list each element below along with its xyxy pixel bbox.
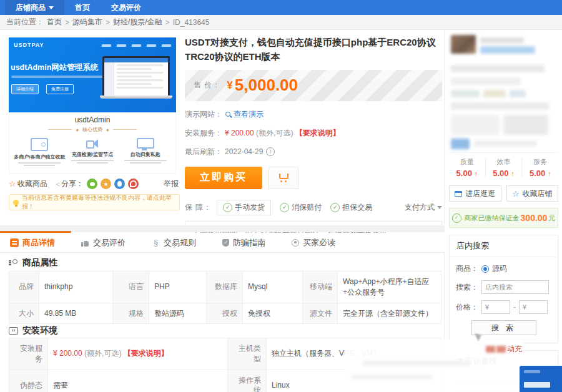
- install-requirements-link[interactable]: 【要求说明】: [295, 128, 340, 139]
- overlay-text-fragment: 动充: [507, 344, 522, 355]
- rating-value: 5.00: [456, 169, 472, 178]
- illegal-content-notice[interactable]: 当前信息若含有黄赌毒等违法违规不良内容，请点此举报！: [9, 194, 180, 210]
- install-optional-note: (额外,可选): [256, 128, 293, 139]
- tab-antifraud-guide[interactable]: 防骗指南: [209, 233, 279, 253]
- content-divider-line: [444, 30, 445, 392]
- payment-label: 支付方式: [405, 202, 435, 213]
- attr-label: 语言: [113, 272, 149, 303]
- seller-info-blurred: [449, 32, 558, 152]
- view-demo-text: 查看演示: [234, 109, 264, 120]
- environment-title: 安装环境: [22, 325, 57, 336]
- qq-share-icon[interactable]: [114, 179, 125, 189]
- tab-buyer-must-read[interactable]: 买家必读: [279, 233, 348, 253]
- tab-label: 买家必读: [303, 237, 335, 248]
- wechat-share-icon[interactable]: [87, 179, 97, 189]
- currency-symbol: ¥: [227, 79, 232, 92]
- obscured-overlay: 动充: [345, 340, 523, 392]
- search-keyword-label: 搜索：: [456, 282, 478, 293]
- price-band: 售 价： ¥ 5,000.00: [185, 70, 442, 101]
- payment-method-dropdown[interactable]: 支付方式: [405, 202, 442, 213]
- radio-source-code[interactable]: [481, 265, 489, 273]
- refresh-date: 2022-04-29: [225, 147, 263, 156]
- tab-label: 商品详情: [22, 237, 55, 248]
- table-row: 品牌 thinkphp 语言 PHP 数据库 Mysql 移动端 Wap+App…: [9, 272, 441, 303]
- nav-shop-products[interactable]: 店铺商品: [5, 0, 64, 15]
- breadcrumb-prefix: 当前位置：: [6, 17, 44, 27]
- buy-now-button[interactable]: 立即购买: [185, 167, 262, 189]
- chevron-down-icon: [437, 206, 442, 209]
- favorite-star-icon: ☆: [9, 179, 16, 189]
- rating-quality: 质量 5.00: [449, 157, 485, 178]
- visit-shop-label: 进店逛逛: [465, 189, 495, 199]
- price-amount: 5,000.00: [235, 76, 298, 95]
- guarantee-consumer-protection: 消保赔付: [280, 202, 322, 213]
- env-label: 伪静态: [9, 370, 48, 392]
- nav-home[interactable]: 首页: [64, 0, 101, 15]
- last-refresh-row: 最后刷新： 2022-04-29: [185, 147, 442, 157]
- search-icon: [225, 111, 232, 118]
- floating-widget[interactable]: [520, 366, 562, 392]
- qzone-share-icon[interactable]: [101, 179, 111, 189]
- visit-shop-button[interactable]: 进店逛逛: [449, 185, 501, 202]
- product-info: USDT对接支付，钱包自动充值提币接口php基于ERC20协议TRC20协议的E…: [185, 35, 442, 243]
- deposit-text: 商家已缴纳保证金: [465, 213, 520, 223]
- share-row: ☆ 收藏商品 分享： 举报: [9, 179, 179, 189]
- feature-item: 充值检测/监管节点: [66, 138, 119, 166]
- attributes-section-header: 商品属性: [9, 257, 57, 268]
- attributes-table: 品牌 thinkphp 语言 PHP 数据库 Mysql 移动端 Wap+App…: [9, 271, 441, 324]
- tab-trade-reviews[interactable]: 交易评价: [68, 233, 139, 253]
- sidebar: 质量 5.00 效率 5.00 服务 5.00 进店逛逛 ☆: [449, 32, 558, 392]
- breadcrumb-home[interactable]: 首页: [47, 17, 62, 27]
- report-link[interactable]: 举报: [164, 179, 179, 189]
- monitor-icon: [137, 138, 154, 149]
- collect-shop-button[interactable]: ☆ 收藏店铺: [506, 185, 559, 202]
- weibo-share-icon[interactable]: [128, 179, 139, 189]
- price-min-input[interactable]: [481, 300, 510, 314]
- attr-value: 整站源码: [149, 303, 207, 324]
- product-image[interactable]: USDTPAY usdtAdmin网站管理系统 详细介绍 免费注册 usdtAd…: [9, 37, 176, 174]
- seller-ratings: 质量 5.00 效率 5.00 服务 5.00: [449, 152, 558, 182]
- share-icon: [56, 180, 60, 188]
- deposit-badge: 商家已缴纳保证金 300.00 元: [449, 208, 558, 228]
- price-label: 售 价：: [194, 80, 220, 91]
- env-install-note: (额外,可选): [84, 349, 121, 358]
- add-to-cart-button[interactable]: [269, 167, 298, 189]
- demo-row: 演示网站： 查看演示: [185, 109, 442, 120]
- breadcrumb-separator: >: [165, 18, 170, 27]
- attr-label: 授权: [207, 303, 243, 324]
- env-install-price: ¥ 200.00: [53, 349, 82, 358]
- page: 店铺商品 首页 交易评价 当前位置： 首页 > 源码集市 > 财经/股票/金融 …: [0, 0, 562, 392]
- breadcrumb-category[interactable]: 财经/股票/金融: [113, 17, 162, 27]
- banner-register-button: 免费注册: [46, 84, 74, 94]
- attr-label: 大小: [9, 303, 39, 324]
- collect-shop-label: 收藏店铺: [523, 189, 553, 199]
- env-value: ¥ 200.00 (额外,可选) 【要求说明】: [48, 338, 228, 370]
- shop-search-button[interactable]: 搜 索: [471, 320, 536, 335]
- rules-icon: [152, 238, 160, 247]
- code-icon: [9, 327, 18, 335]
- nav-trade-reviews[interactable]: 交易评价: [101, 0, 152, 15]
- env-requirements-link[interactable]: 【要求说明】: [124, 349, 169, 358]
- view-demo-link[interactable]: 查看演示: [225, 109, 264, 120]
- attr-value: Mysql: [243, 272, 303, 303]
- tab-trade-rules[interactable]: 交易规则: [139, 233, 209, 253]
- breadcrumb-separator: >: [106, 18, 110, 27]
- active-tab-accent: [0, 231, 71, 233]
- breadcrumb-market[interactable]: 源码集市: [72, 17, 102, 27]
- tab-product-detail[interactable]: 商品详情: [0, 233, 68, 253]
- search-type-label: 商品：: [456, 263, 478, 274]
- shop-search-input[interactable]: [481, 280, 549, 294]
- attr-value: 完全开源（含全部源文件）: [338, 303, 441, 324]
- wallet-icon: [31, 138, 48, 151]
- up-arrow-icon: [511, 170, 515, 177]
- feature-caption: 自动归集私匙: [119, 151, 172, 158]
- attr-label: 源文件: [303, 303, 338, 324]
- attr-value: PHP: [149, 272, 207, 303]
- favorite-product-link[interactable]: 收藏商品: [17, 179, 47, 189]
- product-banner: USDTPAY usdtAdmin网站管理系统 详细介绍 免费注册: [9, 37, 176, 112]
- attr-label: 移动端: [303, 272, 338, 303]
- storefront-icon: [455, 191, 462, 197]
- price-max-input[interactable]: [519, 300, 548, 314]
- star-icon: ☆: [512, 189, 520, 198]
- up-arrow-icon: [475, 170, 478, 177]
